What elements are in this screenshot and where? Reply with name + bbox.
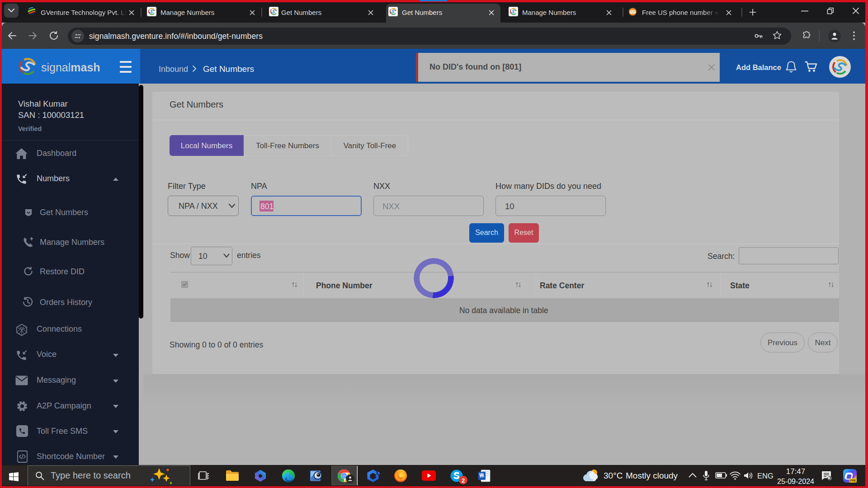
svg-text:PRE: PRE [850, 479, 856, 482]
